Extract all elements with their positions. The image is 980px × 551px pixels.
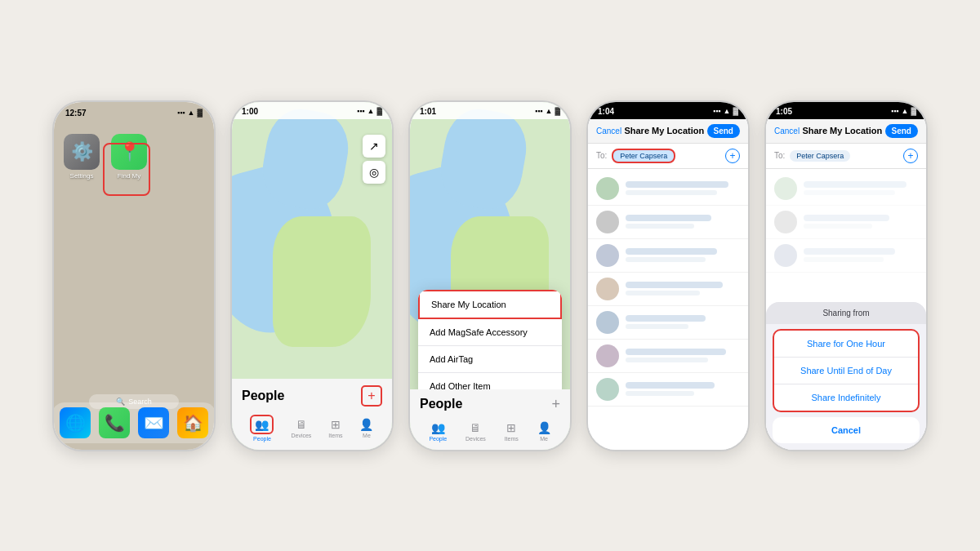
signal-icon: ▪▪▪ [177,109,185,117]
contact-row-7[interactable] [588,373,748,407]
phone3-frame: 1:01 ▪▪▪ ▲ ▓ Share My Location Add MagSa… [408,100,572,451]
tab-bar-2: 👥 People 🖥 Devices ⊞ Items 👤 Me [242,411,382,445]
cancel-button-4[interactable]: Cancel [596,127,621,136]
contact-row-5[interactable] [588,306,748,340]
map-share-btn[interactable]: ↗ [363,135,385,158]
contact-info-6 [626,349,740,362]
people-title-row: People + [242,385,382,407]
screenshots-container: 12:57 ▪▪▪ ▲ ▓ ⚙️ Settings 📍 Find My [36,84,944,468]
phone5-frame: 1:05 ▪▪▪ ▲ ▓ Cancel Share My Location Se… [764,100,928,451]
recipient-pill-5[interactable]: Peter Capsera [790,150,850,162]
contact-row-6[interactable] [588,340,748,373]
battery-icon-2: ▓ [376,107,382,115]
contact-name-blur-4 [626,282,723,288]
phone4-frame: 1:04 ▪▪▪ ▲ ▓ Cancel Share My Location Se… [586,100,750,451]
map-controls: ↗ ◎ [363,135,385,184]
contact-row-1[interactable] [588,172,748,206]
settings-label: Settings [70,172,94,180]
tab-me-3[interactable]: 👤 Me [537,421,551,442]
avatar-1 [596,177,619,200]
mail-dock-icon[interactable]: ✉️ [138,407,169,438]
contact-info-4 [626,282,740,295]
tab-devices-3[interactable]: 🖥 Devices [466,421,486,442]
menu-share-location[interactable]: Share My Location [418,290,562,319]
contact-list-4 [588,169,748,410]
cancel-button-5[interactable]: Cancel [774,127,800,136]
contact-row-4[interactable] [588,273,748,306]
recipient-pill-4[interactable]: Peter Capsera [612,149,675,163]
share-menu-popup: Share My Location Add MagSafe Accessory … [418,290,562,399]
menu-airtag[interactable]: Add AirTag [418,346,562,373]
share-location-title-5: Share My Location [802,126,882,136]
settings-app[interactable]: ⚙️ Settings [64,134,100,180]
sharing-from-label: Sharing from [766,302,926,324]
add-recipient-button-5[interactable]: + [903,149,918,163]
time-3: 1:01 [420,107,436,116]
contact-detail-blur-1 [626,190,717,195]
avatar-6 [596,344,619,367]
phone2-screen: 1:00 ▪▪▪ ▲ ▓ ↗ ◎ People + [232,102,392,450]
status-icons-1: ▪▪▪ ▲ ▓ [177,109,203,117]
tab-me-label: Me [363,433,371,438]
phone1-frame: 12:57 ▪▪▪ ▲ ▓ ⚙️ Settings 📍 Find My [52,100,216,451]
phone3-screen: 1:01 ▪▪▪ ▲ ▓ Share My Location Add MagSa… [410,102,570,450]
sharing-options-list: Share for One Hour Share Until End of Da… [773,329,920,412]
share-end-of-day-option[interactable]: Share Until End of Day [774,358,918,384]
tab-bar-3: 👥 People 🖥 Devices ⊞ Items 👤 Me [420,418,560,445]
safari-dock-icon[interactable]: 🌐 [60,407,91,438]
share-indefinitely-option[interactable]: Share Indefinitely [774,384,918,411]
messages-header-4: Cancel Share My Location Send [588,119,748,144]
status-bar-1: 12:57 ▪▪▪ ▲ ▓ [54,102,214,121]
add-recipient-button-4[interactable]: + [725,149,740,163]
tab-people-3[interactable]: 👥 People [429,421,447,442]
contact-row-2[interactable] [588,206,748,239]
wifi-icon-2: ▲ [368,107,375,115]
contact-name-blur-5 [626,315,706,322]
contact-list-5 [766,169,926,275]
status-icons-3: ▪▪▪ ▲ ▓ [535,107,560,115]
avatar-2 [596,211,619,233]
add-person-button[interactable]: + [361,385,382,407]
avatar-7 [596,378,619,401]
people-panel-3: People + 👥 People 🖥 Devices ⊞ Items [410,389,570,450]
plus-gray-3[interactable]: + [551,396,560,413]
menu-magsafe[interactable]: Add MagSafe Accessory [418,319,562,346]
contact-row-3[interactable] [588,239,748,273]
tab-devices[interactable]: 🖥 Devices [291,418,311,438]
phone5-screen: 1:05 ▪▪▪ ▲ ▓ Cancel Share My Location Se… [766,102,926,450]
contact-name-blur-2 [626,215,711,221]
me-tab-icon: 👤 [359,418,373,431]
tab-items-label: Items [328,433,342,438]
phone2-frame: 1:00 ▪▪▪ ▲ ▓ ↗ ◎ People + [230,100,394,451]
contact-info-3 [626,248,740,262]
header-row-5: Cancel Share My Location Send [774,124,918,138]
home-dock-icon[interactable]: 🏠 [177,407,208,438]
send-button-5[interactable]: Send [885,124,918,138]
time-1: 12:57 [65,109,87,118]
contact-row-5-4 [766,273,926,275]
send-button-4[interactable]: Send [707,124,740,138]
tab-items-3[interactable]: ⊞ Items [505,421,519,442]
phone-dock-icon[interactable]: 📞 [99,407,130,438]
to-label-5: To: [774,151,785,160]
contact-row-5-3 [766,239,926,273]
map-status-bar: 1:00 ▪▪▪ ▲ ▓ [232,102,392,119]
share-one-hour-option[interactable]: Share for One Hour [774,331,918,358]
tab-devices-label: Devices [291,433,311,438]
contact-row-5-1 [766,172,926,206]
tab-people[interactable]: 👥 People [250,415,274,442]
avatar-3 [596,244,619,267]
to-field-5: To: Peter Capsera + [766,144,926,169]
header-row-4: Cancel Share My Location Send [596,124,740,138]
findmy-highlight-box [103,143,150,196]
signal-icon-2: ▪▪▪ [357,107,365,115]
contact-name-blur-6 [626,349,726,355]
status-icons-2: ▪▪▪ ▲ ▓ [357,107,382,115]
tab-items[interactable]: ⊞ Items [328,418,342,438]
tab-me[interactable]: 👤 Me [359,418,373,438]
settings-icon[interactable]: ⚙️ [64,134,100,170]
map-locate-btn[interactable]: ◎ [363,161,385,184]
contact-detail-blur-3 [626,257,706,262]
avatar-4 [596,278,619,300]
sharing-cancel-button[interactable]: Cancel [773,417,920,443]
